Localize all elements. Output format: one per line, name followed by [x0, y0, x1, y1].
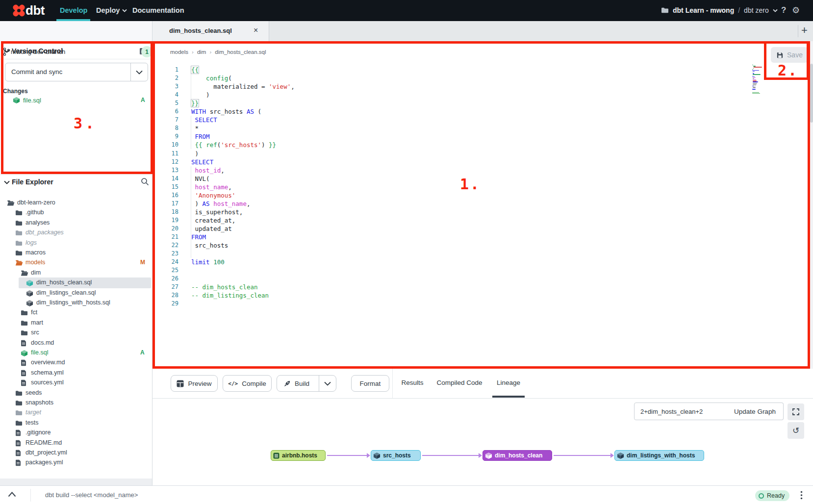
close-icon[interactable]: ×: [254, 26, 258, 35]
nav-develop[interactable]: Develop: [60, 6, 87, 14]
tree-item-dbt-learn-zero[interactable]: dbt-learn-zero: [0, 198, 152, 208]
sidebar-scrollbar-track[interactable]: [0, 479, 152, 485]
lineage-node-airbnb.hosts[interactable]: airbnb.hosts: [271, 450, 326, 461]
line-number: 12: [158, 158, 178, 166]
tree-item-models[interactable]: modelsM: [0, 258, 152, 268]
search-icon[interactable]: [141, 177, 149, 186]
chevron-down-icon[interactable]: [4, 49, 10, 53]
nav-documentation[interactable]: Documentation: [132, 6, 184, 14]
format-button[interactable]: Format: [351, 375, 389, 392]
tab-results[interactable]: Results: [401, 379, 423, 386]
chevron-down-icon[interactable]: [136, 70, 143, 75]
tree-item-logs[interactable]: logs: [0, 238, 152, 248]
cube-icon: [373, 452, 381, 459]
chevron-down-icon[interactable]: [324, 381, 331, 386]
dbt-cloud-ide: dbt Develop Deploy Documentation dbt Lea…: [0, 0, 813, 504]
tab-dim-hosts-clean[interactable]: dim_hosts_clean.sql ×: [152, 21, 269, 41]
node-label: src_hosts: [383, 452, 411, 459]
tree-item-packages.yml[interactable]: packages.yml: [0, 458, 152, 468]
tree-item-macros[interactable]: macros: [0, 248, 152, 258]
path-separator: /: [738, 6, 740, 14]
line-number: 25: [158, 266, 178, 275]
git-status-badge: A: [140, 349, 145, 356]
tree-item-fct[interactable]: fct: [0, 308, 152, 318]
lineage-selector-input[interactable]: [634, 403, 727, 420]
tree-item-snapshots[interactable]: snapshots: [0, 398, 152, 408]
chevron-down-icon[interactable]: [4, 180, 10, 184]
tab-lineage[interactable]: Lineage: [497, 379, 520, 386]
tree-item-mart[interactable]: mart: [0, 318, 152, 328]
folder-open-icon: [15, 259, 23, 266]
tree-item-analyses[interactable]: analyses: [0, 218, 152, 228]
new-tab-button[interactable]: +: [801, 24, 808, 37]
folder-icon: [15, 250, 23, 256]
tree-item-sources.yml[interactable]: sources.yml: [0, 378, 152, 388]
chevron-up-icon[interactable]: [8, 492, 16, 497]
code-editor[interactable]: models › dim › dim_hosts_clean.sql Save …: [152, 41, 813, 369]
lineage-node-src_hosts[interactable]: src_hosts: [371, 450, 421, 461]
tree-item-label: target: [25, 409, 41, 416]
file-explorer-title[interactable]: File Explorer: [12, 178, 53, 186]
tree-item-label: file.sql: [31, 349, 48, 356]
code-line-21: FROM: [191, 233, 206, 241]
cube-icon: [26, 279, 33, 287]
minimap[interactable]: [752, 65, 767, 138]
tree-item-dim_hosts_clean.sql[interactable]: dim_hosts_clean.sql: [0, 278, 152, 288]
change-item-file.sql[interactable]: file.sqlA: [0, 95, 152, 106]
folder-icon: [15, 220, 23, 227]
project-selector[interactable]: dbt Learn - mwong / dbt zero: [661, 6, 778, 14]
tree-item-schema.yml[interactable]: schema.yml: [0, 368, 152, 378]
tree-item-dbt_project.yml[interactable]: dbt_project.yml: [0, 448, 152, 458]
project-name: dbt Learn - mwong: [673, 6, 734, 14]
minimap-line: [753, 84, 757, 84]
tree-item-overview.md[interactable]: overview.md: [0, 358, 152, 368]
tree-item-.github[interactable]: .github: [0, 208, 152, 218]
annotation-label-3: 3.: [74, 115, 97, 132]
line-number: 27: [158, 283, 178, 291]
nav-deploy[interactable]: Deploy: [96, 6, 127, 14]
tree-item-dbt_packages[interactable]: dbt_packages: [0, 228, 152, 238]
lineage-node-dim_listings_with_hosts[interactable]: dim_listings_with_hosts: [614, 450, 704, 461]
minimap-line: [753, 81, 758, 82]
reset-view-button[interactable]: ↺: [788, 422, 804, 439]
gear-icon[interactable]: ⚙: [792, 5, 800, 16]
build-button[interactable]: Build: [277, 375, 336, 392]
tree-item-src[interactable]: src: [0, 328, 152, 338]
tree-item-.gitignore[interactable]: .gitignore: [0, 428, 152, 438]
tree-item-tests[interactable]: tests: [0, 418, 152, 428]
update-graph-button[interactable]: Update Graph: [727, 403, 784, 420]
indent-guide: [191, 116, 191, 149]
preview-button[interactable]: Preview: [171, 375, 218, 392]
tree-item-seeds[interactable]: seeds: [0, 388, 152, 398]
version-control-title[interactable]: Version Control: [12, 47, 63, 55]
tree-item-dim_listings_with_hosts.sql[interactable]: dim_listings_with_hosts.sql: [0, 298, 152, 308]
tree-item-dim[interactable]: dim: [0, 268, 152, 278]
dbt-logo-icon: [11, 2, 27, 19]
kebab-menu-icon[interactable]: [800, 491, 803, 500]
compile-button[interactable]: </> Compile: [223, 375, 272, 392]
code-line-3: materialized = 'view',: [191, 82, 295, 91]
tree-item-docs.md[interactable]: docs.md: [0, 338, 152, 348]
tree-item-dim_listings_clean.sql[interactable]: dim_listings_clean.sql: [0, 288, 152, 298]
tree-item-file.sql[interactable]: file.sqlA: [0, 348, 152, 358]
commit-and-sync-button[interactable]: Commit and sync: [5, 63, 148, 81]
editor-toolbar: Preview </> Compile Build Format Results…: [152, 369, 813, 398]
scrollbar-thumb[interactable]: [810, 64, 813, 123]
line-number: 7: [158, 116, 178, 124]
cube-icon: [26, 300, 33, 307]
tree-item-target[interactable]: target: [0, 408, 152, 418]
command-input[interactable]: dbt build --select <model_name>: [45, 491, 138, 499]
code-line-1: {{: [191, 66, 199, 74]
tree-item-label: seeds: [25, 389, 42, 396]
lineage-node-dim_hosts_clean[interactable]: dim_hosts_clean: [483, 450, 552, 461]
file-icon: [21, 359, 26, 366]
code-line-12: SELECT: [191, 158, 213, 166]
help-icon[interactable]: ?: [781, 5, 786, 15]
tree-item-label: fct: [31, 309, 37, 316]
minimap-line: [752, 76, 755, 77]
tree-item-README.md[interactable]: README.md: [0, 438, 152, 448]
tab-compiled-code[interactable]: Compiled Code: [436, 379, 482, 386]
minimap-line: [752, 70, 759, 71]
fullscreen-button[interactable]: [788, 403, 804, 420]
save-button[interactable]: Save: [771, 47, 808, 63]
